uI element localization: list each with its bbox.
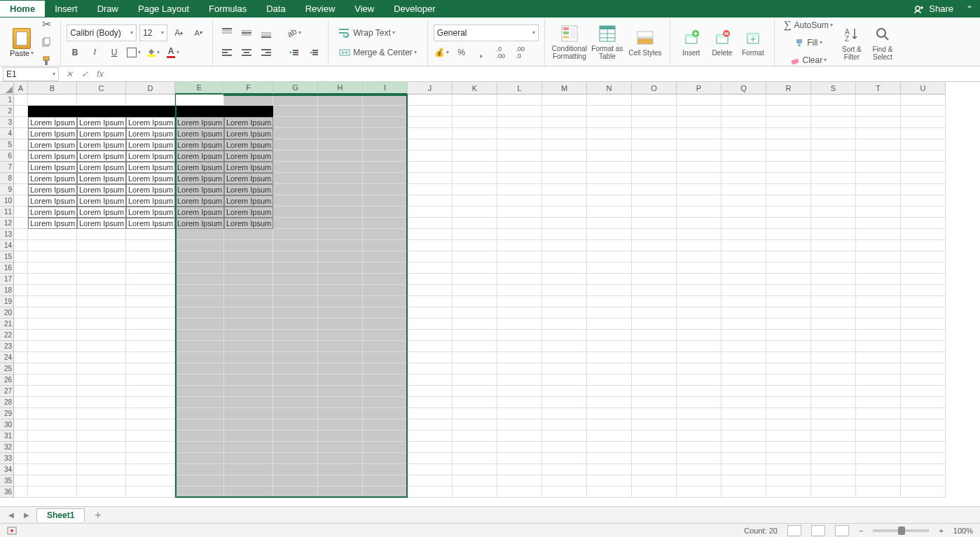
fx-button[interactable]: fx [92,67,108,81]
cell-U7[interactable] [901,162,946,173]
cell-A34[interactable] [14,464,28,475]
cell-C13[interactable] [77,229,126,240]
cell-S28[interactable] [811,397,856,408]
cell-A5[interactable] [14,139,28,151]
cell-T17[interactable] [856,274,901,285]
tab-insert[interactable]: Insert [45,1,88,17]
cell-K25[interactable] [453,363,497,375]
zoom-in-button[interactable]: + [939,526,943,535]
cell-M23[interactable] [542,341,587,352]
share-button[interactable]: Share [908,4,959,15]
cell-U10[interactable] [901,195,946,207]
row-header-20[interactable]: 20 [0,307,14,319]
cell-S30[interactable] [811,419,856,431]
cell-M11[interactable] [542,207,587,218]
cell-C19[interactable] [77,296,126,307]
paste-button[interactable]: Paste [10,49,29,57]
cell-S25[interactable] [811,363,856,375]
cell-H36[interactable] [318,487,363,498]
cell-H11[interactable] [318,207,363,218]
cell-U1[interactable] [901,95,946,106]
cancel-formula-button[interactable]: ✕ [62,67,77,81]
row-header-17[interactable]: 17 [0,274,14,285]
cell-U23[interactable] [901,341,946,352]
cell-N34[interactable] [587,464,632,475]
column-header-T[interactable]: T [856,82,901,95]
cut-button[interactable]: ✂ [38,16,55,33]
cell-N1[interactable] [587,95,632,106]
cell-S3[interactable] [811,117,856,128]
cell-T32[interactable] [856,442,901,453]
cell-M15[interactable] [542,251,587,263]
cell-T19[interactable] [856,296,901,307]
cell-N21[interactable] [587,319,632,330]
cell-J2[interactable] [408,106,453,117]
cell-R20[interactable] [766,307,811,319]
cell-D35[interactable] [126,475,175,487]
cell-F25[interactable] [224,363,273,375]
row-header-1[interactable]: 1 [0,95,14,106]
cell-R15[interactable] [766,251,811,263]
row-header-13[interactable]: 13 [0,229,14,240]
cell-N18[interactable] [587,285,632,296]
cell-B6[interactable]: Lorem Ipsum [28,151,77,162]
cell-L12[interactable] [497,218,542,229]
row-header-30[interactable]: 30 [0,419,14,431]
cell-S1[interactable] [811,95,856,106]
cell-O10[interactable] [632,195,677,207]
cell-A18[interactable] [14,285,28,296]
cell-C24[interactable] [77,352,126,363]
format-button[interactable]: Format [738,20,768,64]
fill-color-button[interactable] [145,44,162,61]
cell-M18[interactable] [542,285,587,296]
cell-B11[interactable]: Lorem Ipsum [28,207,77,218]
clear-button[interactable]: Clear [780,52,836,69]
cell-P10[interactable] [677,195,722,207]
normal-view-button[interactable] [787,525,801,536]
cell-I27[interactable] [363,386,408,397]
cell-Q30[interactable] [722,419,766,431]
cell-L18[interactable] [497,285,542,296]
cell-O11[interactable] [632,207,677,218]
cell-O4[interactable] [632,128,677,139]
cell-Q11[interactable] [722,207,766,218]
cell-I13[interactable] [363,229,408,240]
zoom-slider[interactable] [873,529,929,532]
cell-Q34[interactable] [722,464,766,475]
cell-O8[interactable] [632,173,677,184]
cell-R24[interactable] [766,352,811,363]
cell-E19[interactable] [175,296,224,307]
cell-D23[interactable] [126,341,175,352]
cell-M9[interactable] [542,184,587,195]
cell-B25[interactable] [28,363,77,375]
cell-U11[interactable] [901,207,946,218]
cell-I12[interactable] [363,218,408,229]
cell-P17[interactable] [677,274,722,285]
cell-Q18[interactable] [722,285,766,296]
cell-B7[interactable]: Lorem Ipsum [28,162,77,173]
cell-G2[interactable] [273,106,318,117]
cell-L16[interactable] [497,263,542,274]
cell-U16[interactable] [901,263,946,274]
cell-Q14[interactable] [722,240,766,251]
cell-O31[interactable] [632,431,677,442]
cell-D12[interactable]: Lorem Ipsum [126,218,175,229]
cell-F26[interactable] [224,375,273,386]
cell-U27[interactable] [901,386,946,397]
cell-D30[interactable] [126,419,175,431]
cell-L9[interactable] [497,184,542,195]
cell-I11[interactable] [363,207,408,218]
cell-R6[interactable] [766,151,811,162]
cell-B13[interactable] [28,229,77,240]
column-header-S[interactable]: S [811,82,856,95]
cell-M12[interactable] [542,218,587,229]
cell-A26[interactable] [14,375,28,386]
cell-C10[interactable]: Lorem Ipsum [77,195,126,207]
cell-H29[interactable] [318,408,363,419]
underline-button[interactable]: U [106,44,123,61]
cell-R3[interactable] [766,117,811,128]
cell-F29[interactable] [224,408,273,419]
cell-I17[interactable] [363,274,408,285]
cell-E27[interactable] [175,386,224,397]
cell-N33[interactable] [587,453,632,464]
